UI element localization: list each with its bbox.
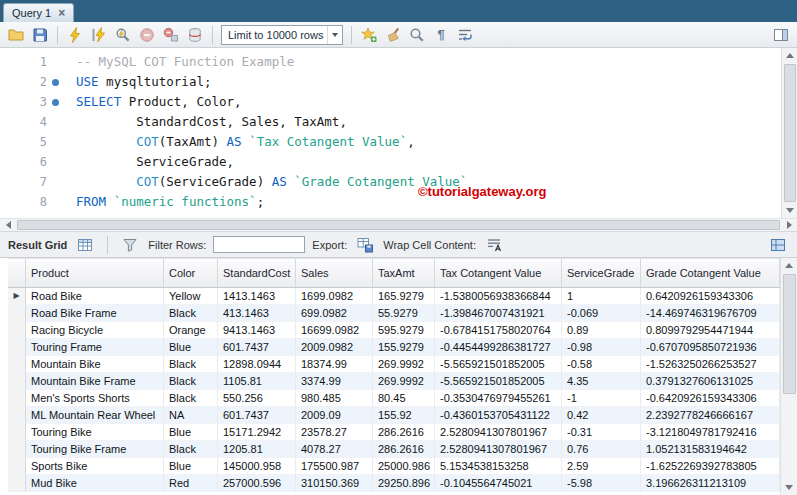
- table-cell[interactable]: Black: [164, 441, 218, 458]
- scrollbar-thumb[interactable]: [783, 274, 796, 394]
- table-row[interactable]: Touring FrameBlue601.74372009.0982155.92…: [8, 339, 780, 356]
- gutter-line[interactable]: 5: [0, 132, 64, 152]
- grid-vertical-scrollbar[interactable]: [780, 258, 797, 495]
- table-cell[interactable]: ML Mountain Rear Wheel: [26, 407, 164, 424]
- table-cell[interactable]: Yellow: [164, 288, 218, 305]
- column-header-servicegrade[interactable]: ServiceGrade: [562, 259, 641, 287]
- table-cell[interactable]: 155.92: [373, 407, 435, 424]
- table-row[interactable]: Mountain BikeBlack12898.094418374.99269.…: [8, 356, 780, 373]
- table-cell[interactable]: 15171.2942: [218, 424, 296, 441]
- table-cell[interactable]: Red: [164, 475, 218, 492]
- table-cell[interactable]: -1.5380056938366844: [435, 288, 562, 305]
- row-selector[interactable]: ▶: [8, 288, 26, 305]
- table-row[interactable]: Touring BikeBlue15171.294223578.27286.26…: [8, 424, 780, 441]
- table-cell[interactable]: Black: [164, 305, 218, 322]
- scroll-left-icon[interactable]: [0, 218, 16, 232]
- table-cell[interactable]: 165.9279: [373, 288, 435, 305]
- gutter-line[interactable]: 6: [0, 152, 64, 172]
- limit-rows-dropdown[interactable]: Limit to 10000 rows: [221, 25, 343, 45]
- result-panel-toggle-button[interactable]: [767, 234, 789, 256]
- table-cell[interactable]: 12898.0944: [218, 356, 296, 373]
- table-cell[interactable]: 80.45: [373, 390, 435, 407]
- table-cell[interactable]: Touring Frame: [26, 339, 164, 356]
- table-cell[interactable]: 55.9279: [373, 305, 435, 322]
- table-cell[interactable]: -1: [562, 390, 641, 407]
- table-cell[interactable]: Mud Bike: [26, 475, 164, 492]
- table-cell[interactable]: 5.1534538153258: [435, 458, 562, 475]
- row-selector[interactable]: [8, 339, 26, 356]
- editor-vertical-scrollbar[interactable]: [781, 48, 797, 218]
- table-row[interactable]: ML Mountain Rear WheelNA601.74372009.091…: [8, 407, 780, 424]
- table-cell[interactable]: -0.31: [562, 424, 641, 441]
- scroll-down-icon[interactable]: [782, 203, 797, 218]
- table-cell[interactable]: -14.469746319676709: [641, 305, 780, 322]
- table-cell[interactable]: Men's Sports Shorts: [26, 390, 164, 407]
- table-cell[interactable]: 269.9992: [373, 356, 435, 373]
- gutter-line[interactable]: 8: [0, 192, 64, 212]
- column-header-grade-cotangent-value[interactable]: Grade Cotangent Value: [641, 259, 780, 287]
- table-cell[interactable]: 1699.0982: [296, 288, 373, 305]
- table-cell[interactable]: -0.6784151758020764: [435, 322, 562, 339]
- table-cell[interactable]: 23578.27: [296, 424, 373, 441]
- table-cell[interactable]: Blue: [164, 339, 218, 356]
- row-selector[interactable]: [8, 458, 26, 475]
- gutter-line[interactable]: 1: [0, 52, 64, 72]
- scrollbar-thumb[interactable]: [784, 64, 796, 202]
- table-cell[interactable]: 3374.99: [296, 373, 373, 390]
- gutter-line[interactable]: 7: [0, 172, 64, 192]
- execute-current-button[interactable]: [88, 24, 110, 46]
- explain-button[interactable]: [112, 24, 134, 46]
- table-cell[interactable]: 18374.99: [296, 356, 373, 373]
- table-cell[interactable]: 0.89: [562, 322, 641, 339]
- row-selector[interactable]: [8, 356, 26, 373]
- table-cell[interactable]: -0.1045564745021: [435, 475, 562, 492]
- table-cell[interactable]: Black: [164, 373, 218, 390]
- table-cell[interactable]: Blue: [164, 424, 218, 441]
- column-header-sales[interactable]: Sales: [296, 259, 373, 287]
- table-cell[interactable]: 2.59: [562, 458, 641, 475]
- table-cell[interactable]: Black: [164, 390, 218, 407]
- table-cell[interactable]: -0.6707095850721936: [641, 339, 780, 356]
- table-cell[interactable]: 2.5280941307801967: [435, 424, 562, 441]
- save-snippet-button[interactable]: [358, 24, 380, 46]
- row-selector[interactable]: [8, 390, 26, 407]
- editor-horizontal-scrollbar[interactable]: [0, 218, 797, 232]
- table-cell[interactable]: -0.6420926159343306: [641, 390, 780, 407]
- scroll-down-icon[interactable]: [781, 480, 797, 495]
- table-cell[interactable]: Blue: [164, 458, 218, 475]
- gutter-line[interactable]: 2: [0, 72, 64, 92]
- table-cell[interactable]: 3.196626311213109: [641, 475, 780, 492]
- gutter-line[interactable]: 3: [0, 92, 64, 112]
- table-row[interactable]: Touring Bike FrameBlack1205.814078.27286…: [8, 441, 780, 458]
- result-grid-button[interactable]: [74, 234, 96, 256]
- column-header-tax-cotangent-value[interactable]: Tax Cotangent Value: [435, 259, 562, 287]
- column-header-standardcost[interactable]: StandardCost: [218, 259, 296, 287]
- table-cell[interactable]: 0.8099792954471944: [641, 322, 780, 339]
- table-cell[interactable]: Racing Bicycle: [26, 322, 164, 339]
- table-cell[interactable]: Road Bike Frame: [26, 305, 164, 322]
- scroll-up-icon[interactable]: [781, 258, 797, 273]
- code-line[interactable]: StandardCost, Sales, TaxAmt,: [76, 112, 780, 132]
- table-row[interactable]: Mountain Bike FrameBlack1105.813374.9926…: [8, 373, 780, 390]
- table-cell[interactable]: 9413.1463: [218, 322, 296, 339]
- table-cell[interactable]: Touring Bike: [26, 424, 164, 441]
- code-line[interactable]: COT(TaxAmt) AS `Tax Cotangent Value`,: [76, 132, 780, 152]
- table-cell[interactable]: 1205.81: [218, 441, 296, 458]
- filter-rows-input[interactable]: [213, 236, 305, 253]
- table-cell[interactable]: NA: [164, 407, 218, 424]
- scroll-right-icon[interactable]: [781, 218, 797, 232]
- table-cell[interactable]: 2009.0982: [296, 339, 373, 356]
- table-cell[interactable]: 0.3791327606131025: [641, 373, 780, 390]
- table-cell[interactable]: 286.2616: [373, 441, 435, 458]
- tab-query-1[interactable]: Query 1 ×: [3, 3, 74, 22]
- wrap-cell-button[interactable]: [483, 234, 505, 256]
- code-line[interactable]: -- MySQL COT Function Example: [76, 52, 780, 72]
- filter-button[interactable]: [119, 234, 141, 256]
- table-cell[interactable]: -0.4360153705431122: [435, 407, 562, 424]
- table-row[interactable]: Road Bike FrameBlack413.1463699.098255.9…: [8, 305, 780, 322]
- table-row[interactable]: ▶Road BikeYellow1413.14631699.0982165.92…: [8, 288, 780, 305]
- row-selector[interactable]: [8, 441, 26, 458]
- column-header-product[interactable]: Product: [26, 259, 164, 287]
- row-selector[interactable]: [8, 322, 26, 339]
- hide-panel-button[interactable]: [770, 24, 792, 46]
